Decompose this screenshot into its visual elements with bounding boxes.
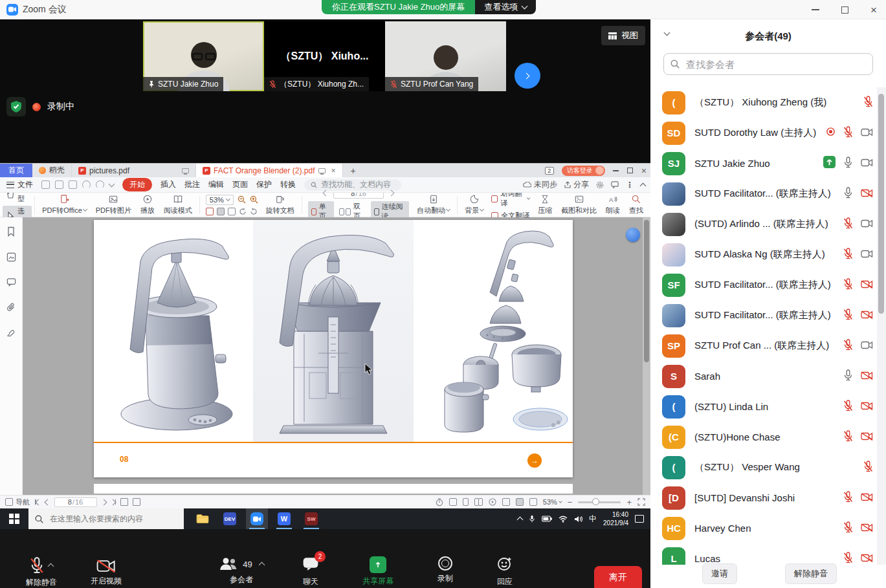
width-fit-icon[interactable]	[529, 498, 537, 506]
save-icon[interactable]	[55, 180, 63, 189]
compress-button[interactable]: 压缩	[533, 193, 557, 217]
leave-meeting-button[interactable]: 离开	[594, 566, 642, 588]
new-tab-button[interactable]: +	[343, 164, 364, 177]
participant-row[interactable]: SF SUTD Facilitator... (联席主持人)	[650, 270, 877, 300]
tray-battery-icon[interactable]	[542, 516, 552, 522]
feature-search-box[interactable]: 查找功能、文档内容	[304, 179, 401, 191]
invite-button[interactable]: 邀请	[702, 563, 737, 584]
minimize-button[interactable]	[812, 9, 819, 10]
zoom-level-select[interactable]: 53%	[206, 195, 234, 205]
fit-visible-icon[interactable]	[228, 208, 236, 215]
panel-scrollbar-thumb[interactable]	[878, 94, 884, 314]
scrollbar-thumb[interactable]	[644, 220, 649, 362]
previous-page-button[interactable]	[44, 499, 50, 505]
print-icon[interactable]	[69, 180, 77, 189]
video-thumbnail-canyang[interactable]: SZTU Prof Can Yang	[385, 21, 506, 91]
timer-icon[interactable]	[436, 498, 443, 506]
play-button[interactable]: 播放	[136, 193, 159, 217]
read-mode-button[interactable]: 阅读模式	[159, 193, 197, 217]
next-videos-button[interactable]	[515, 63, 540, 89]
participant-row[interactable]: [D [SUTD] Devanshi Joshi	[650, 483, 877, 513]
comment-icon[interactable]	[6, 278, 16, 287]
participant-row[interactable]: HC Harvey Chen	[650, 513, 877, 543]
tab-home[interactable]: 首页	[0, 164, 32, 177]
menu-protect[interactable]: 保护	[256, 179, 272, 190]
tab-pictures-pdf[interactable]: Ppictures.pdf	[72, 164, 196, 177]
participant-row[interactable]: SP SZTU Prof Can ... (联席主持人)	[650, 331, 877, 361]
maximize-button[interactable]	[841, 6, 848, 14]
zoom-out-icon[interactable]	[238, 195, 246, 204]
redo-icon[interactable]	[96, 180, 104, 189]
wps-assistant-icon[interactable]	[626, 228, 640, 242]
close-tab-icon[interactable]: ×	[331, 166, 336, 175]
guest-login-button[interactable]: 访客登录	[562, 166, 605, 176]
unmute-all-button[interactable]: 解除静音	[785, 563, 837, 584]
tray-expand-icon[interactable]	[517, 517, 524, 523]
last-page-button[interactable]	[111, 499, 116, 505]
participant-row[interactable]: (SUTD) Arlindo ... (联席主持人)	[650, 209, 877, 239]
chat-button[interactable]: 2 聊天	[285, 556, 337, 585]
more-menu-icon[interactable]: ⋮	[626, 180, 634, 190]
participant-row[interactable]: ( (SZTU) Linda Lin	[650, 391, 877, 422]
dev-app-icon[interactable]: DEV	[219, 508, 241, 529]
rotate-left-icon[interactable]	[239, 208, 247, 215]
collapse-ribbon-icon[interactable]	[640, 182, 647, 189]
sync-status[interactable]: 未同步	[523, 179, 557, 190]
menu-page[interactable]: 页面	[232, 179, 248, 190]
security-shield-icon[interactable]	[6, 97, 26, 116]
audio-options-icon[interactable]	[48, 563, 54, 570]
participant-search-input[interactable]	[685, 58, 853, 71]
chevron-down-icon[interactable]	[109, 180, 115, 187]
participants-options-icon[interactable]	[258, 562, 265, 569]
participant-row[interactable]: S Sarah	[650, 361, 877, 391]
solidworks-taskbar-icon[interactable]: SW	[300, 508, 322, 529]
mobile-view-icon[interactable]	[502, 498, 510, 506]
tab-fact-orange-blender[interactable]: PFACT Orange Blender (2).pdf×	[196, 164, 343, 177]
menu-start[interactable]: 开始	[122, 178, 152, 191]
tab-docer[interactable]: 稻壳	[32, 164, 72, 177]
participant-row[interactable]: SUTD Alaska Ng (联席主持人)	[650, 239, 877, 270]
undo-icon[interactable]	[82, 180, 91, 189]
taskbar-search-input[interactable]	[49, 514, 165, 524]
view-options-button[interactable]: 查看选项	[475, 0, 536, 14]
open-icon[interactable]	[41, 180, 50, 189]
navigation-button[interactable]: 导航	[5, 497, 30, 507]
share-button[interactable]: 分享	[564, 179, 589, 190]
tray-wifi-icon[interactable]	[559, 516, 568, 523]
screenshot-compare-button[interactable]: 截图和对比	[557, 193, 601, 217]
zoom-slider[interactable]	[578, 501, 621, 503]
gear-icon[interactable]	[596, 181, 604, 189]
video-thumbnail-xiuhong[interactable]: （SZTU） Xiuho... （SZTU） Xiuhong Zh...	[264, 21, 385, 91]
next-page-button[interactable]	[100, 499, 107, 505]
auto-scroll-button[interactable]: 自动翻动	[412, 193, 454, 217]
fit-width-icon[interactable]	[217, 208, 225, 215]
participant-row[interactable]: (C (SZTU)Hone Chase	[650, 422, 877, 452]
bookmark-icon[interactable]	[6, 226, 16, 237]
pdf-to-office-button[interactable]: PDF转Office	[38, 193, 91, 217]
participant-row[interactable]: SD SUTD Dorothy Law (主持人)	[650, 118, 877, 148]
thumbnail-icon[interactable]	[6, 252, 16, 262]
find-button[interactable]: 查找	[625, 193, 648, 217]
participant-row[interactable]: SUTD Facilitator... (联席主持人)	[650, 179, 877, 209]
file-menu[interactable]: 文件	[6, 179, 33, 190]
read-aloud-button[interactable]: A 朗读	[601, 193, 625, 217]
zoom-slider-handle[interactable]	[592, 498, 599, 505]
menu-insert[interactable]: 插入	[161, 179, 176, 190]
participant-row[interactable]: ( （SZTU） Vesper Wang	[650, 452, 877, 483]
zoom-percent[interactable]: 53%	[543, 498, 562, 506]
rotate-right-icon[interactable]	[250, 208, 258, 215]
first-page-button[interactable]	[35, 499, 41, 505]
zoom-out-button[interactable]: −	[568, 497, 573, 507]
tray-mic-icon[interactable]	[529, 514, 535, 523]
page-fit-icon[interactable]	[516, 498, 524, 506]
menu-annotate[interactable]: 批注	[184, 179, 200, 190]
record-button[interactable]: 录制	[419, 556, 471, 582]
forward-view-button[interactable]	[133, 498, 140, 506]
participant-row[interactable]: SJ SZTU Jakie Zhuo	[650, 148, 877, 179]
rotate-document-button[interactable]: 旋转文档	[261, 193, 299, 217]
unmute-button[interactable]: 解除静音	[12, 556, 71, 586]
tray-volume-icon[interactable]	[574, 516, 582, 523]
double-page-view-icon[interactable]	[474, 498, 483, 506]
fit-page-icon[interactable]	[206, 208, 214, 215]
single-page-view-icon[interactable]	[463, 498, 469, 506]
